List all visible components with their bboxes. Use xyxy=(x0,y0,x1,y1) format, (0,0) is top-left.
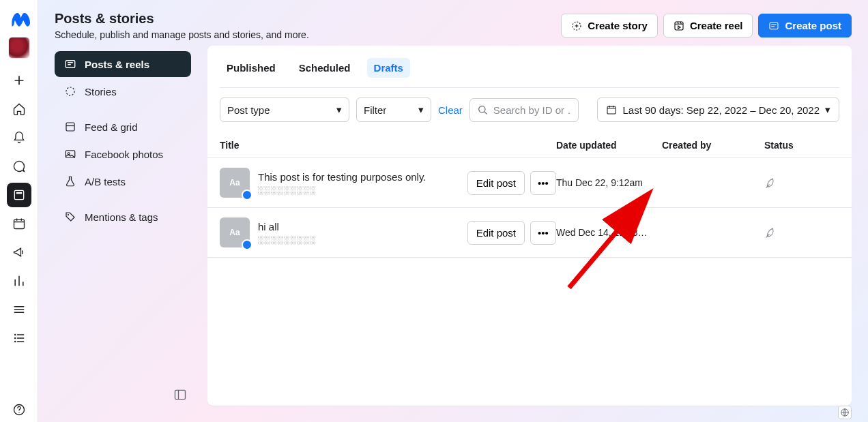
rail-home[interactable] xyxy=(7,97,31,121)
sidebar-item-label: Facebook photos xyxy=(85,149,163,160)
post-thumbnail: Aa xyxy=(220,168,250,198)
content-tabs: Published Scheduled Drafts xyxy=(207,46,852,87)
posts-reels-icon xyxy=(64,58,76,70)
calendar-icon xyxy=(606,104,617,115)
post-title: This post is for testing purposes only. xyxy=(258,171,454,183)
col-date: Date updated xyxy=(556,140,662,151)
svg-rect-18 xyxy=(607,106,616,114)
sidebar-item-label: Stories xyxy=(85,86,117,97)
svg-rect-8 xyxy=(675,22,683,30)
row-more-button[interactable]: ••• xyxy=(530,221,556,245)
stories-icon xyxy=(64,85,76,97)
date-range-select[interactable]: Last 90 days: Sep 22, 2022 – Dec 20, 202… xyxy=(597,97,839,122)
caret-down-icon: ▾ xyxy=(418,104,424,116)
sidebar-item-feed-grid[interactable]: Feed & grid xyxy=(55,114,191,140)
rail-inbox[interactable] xyxy=(7,154,31,179)
svg-rect-0 xyxy=(14,190,23,199)
date-range-label: Last 90 days: Sep 22, 2022 – Dec 20, 202… xyxy=(622,104,820,116)
rail-planner[interactable] xyxy=(7,211,31,236)
collapse-icon[interactable] xyxy=(173,388,187,402)
search-box[interactable] xyxy=(469,98,579,122)
sidebar-item-stories[interactable]: Stories xyxy=(55,78,191,104)
page-avatar[interactable] xyxy=(8,37,30,59)
left-rail xyxy=(0,0,38,422)
search-input[interactable] xyxy=(493,104,571,116)
tab-scheduled[interactable]: Scheduled xyxy=(292,58,358,78)
create-reel-button[interactable]: Create reel xyxy=(663,14,753,37)
photos-icon xyxy=(64,148,76,160)
caret-down-icon: ▾ xyxy=(336,104,342,116)
edit-post-button[interactable]: Edit post xyxy=(467,171,525,195)
row-more-button[interactable]: ••• xyxy=(530,171,556,195)
page-title: Posts & stories xyxy=(55,11,561,27)
table-header: Title Date updated Created by Status xyxy=(207,132,852,158)
sidebar-item-label: A/B tests xyxy=(85,176,126,187)
caret-down-icon: ▾ xyxy=(825,104,830,116)
facebook-badge-icon xyxy=(242,190,252,200)
post-title: hi all xyxy=(258,221,454,232)
reel-icon xyxy=(674,20,684,31)
edit-post-button[interactable]: Edit post xyxy=(467,221,525,245)
clear-link[interactable]: Clear xyxy=(438,104,463,116)
sidebar-item-label: Mentions & tags xyxy=(85,211,158,223)
rocket-icon xyxy=(764,176,839,190)
sidebar-item-ab-tests[interactable]: A/B tests xyxy=(55,168,191,194)
sidebar: Posts & reels Stories Feed & grid Facebo… xyxy=(55,46,191,406)
post-author: ░░░░░░░░░ xyxy=(258,235,454,245)
rail-menu[interactable] xyxy=(7,297,31,322)
create-story-button[interactable]: Create story xyxy=(561,14,658,37)
row-status xyxy=(764,176,839,190)
ellipsis-icon: ••• xyxy=(538,177,549,189)
svg-rect-12 xyxy=(66,123,74,131)
post-author: ░░░░░░░░░ xyxy=(258,185,454,195)
post-thumbnail: Aa xyxy=(220,217,250,247)
tag-icon xyxy=(64,211,76,223)
filter-bar: Post type ▾ Filter ▾ Clear Last 90 da xyxy=(207,88,852,132)
create-story-label: Create story xyxy=(588,20,648,31)
table-row[interactable]: Aa hi all ░░░░░░░░░ Edit post ••• Wed D xyxy=(207,208,852,258)
meta-logo[interactable] xyxy=(8,8,30,30)
rail-todo[interactable] xyxy=(7,326,31,350)
rocket-icon xyxy=(764,226,839,239)
create-post-button[interactable]: Create post xyxy=(758,14,852,37)
svg-point-3 xyxy=(14,334,16,336)
sidebar-item-posts-reels[interactable]: Posts & reels xyxy=(55,51,191,77)
create-post-label: Create post xyxy=(785,20,841,31)
filter-label: Filter xyxy=(364,104,386,116)
tab-published[interactable]: Published xyxy=(220,58,283,78)
story-plus-icon xyxy=(571,20,582,31)
rail-notifications[interactable] xyxy=(7,125,31,150)
rail-help[interactable] xyxy=(7,397,31,422)
rail-insights[interactable] xyxy=(7,269,31,293)
content-panel: Published Scheduled Drafts Post type ▾ F… xyxy=(207,46,852,406)
filter-select[interactable]: Filter ▾ xyxy=(356,97,431,122)
page-subtitle: Schedule, publish and manage posts and s… xyxy=(55,29,561,40)
create-reel-label: Create reel xyxy=(690,20,743,31)
rail-create[interactable] xyxy=(7,68,31,93)
grid-icon xyxy=(64,121,76,133)
col-title: Title xyxy=(220,140,556,151)
row-date: Wed Dec 14, 11:43… xyxy=(556,227,662,238)
svg-point-17 xyxy=(479,106,485,112)
sidebar-item-mentions-tags[interactable]: Mentions & tags xyxy=(55,204,191,230)
tab-drafts[interactable]: Drafts xyxy=(367,58,410,78)
svg-point-11 xyxy=(66,87,74,95)
svg-rect-2 xyxy=(14,220,24,228)
col-status: Status xyxy=(764,140,839,151)
table-row[interactable]: Aa This post is for testing purposes onl… xyxy=(207,158,852,208)
globe-icon[interactable] xyxy=(838,406,852,419)
svg-rect-10 xyxy=(66,61,75,68)
row-date: Thu Dec 22, 9:12am xyxy=(556,177,662,188)
ellipsis-icon: ••• xyxy=(538,227,549,239)
search-icon xyxy=(477,104,488,115)
post-type-select[interactable]: Post type ▾ xyxy=(220,97,349,122)
col-created: Created by xyxy=(662,140,764,151)
rail-ads[interactable] xyxy=(7,240,31,265)
topbar: Posts & stories Schedule, publish and ma… xyxy=(38,0,868,46)
row-status xyxy=(764,226,839,239)
rail-content[interactable] xyxy=(7,183,31,207)
sidebar-item-label: Posts & reels xyxy=(85,59,149,70)
sidebar-item-facebook-photos[interactable]: Facebook photos xyxy=(55,141,191,167)
svg-point-15 xyxy=(68,214,69,215)
svg-point-4 xyxy=(14,337,16,340)
